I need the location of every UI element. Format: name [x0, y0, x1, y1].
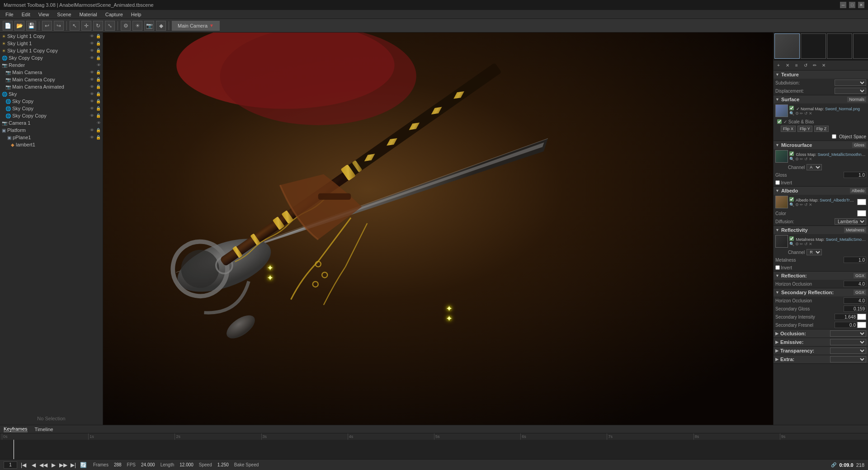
menu-file[interactable]: File [2, 11, 17, 18]
lock-icon[interactable]: 🔒 [96, 128, 103, 132]
surface-mode-dropdown[interactable]: Normals [847, 97, 866, 102]
visibility-icon[interactable]: 👁 [90, 41, 96, 46]
lock-icon[interactable]: 🔒 [96, 34, 103, 38]
zoom-icon[interactable]: 🔍 [789, 111, 794, 116]
visibility-icon[interactable]: 👁 [97, 121, 103, 125]
reload-icon[interactable]: ↺ [804, 202, 808, 207]
lock-icon[interactable]: 🔒 [96, 77, 103, 82]
lock-icon[interactable]: 🔒 [96, 92, 103, 96]
settings-icon[interactable]: ⚙ [795, 242, 799, 246]
edit-icon[interactable]: ✏ [800, 242, 803, 246]
displacement-dropdown[interactable] [835, 88, 866, 94]
diffusion-dropdown[interactable]: Lambertian [835, 218, 866, 225]
albedo-map-checkbox[interactable] [789, 197, 794, 202]
reload-icon[interactable]: ↺ [804, 242, 808, 246]
horizon-occlusion-input[interactable] [844, 281, 866, 287]
emissive-header[interactable]: ▶ Emissive: [774, 338, 868, 346]
zoom-icon[interactable]: 🔍 [789, 242, 794, 246]
secondary-intensity-swatch[interactable] [857, 314, 866, 320]
settings-icon[interactable]: ⚙ [795, 157, 799, 161]
play-button[interactable]: ▶ [50, 461, 57, 469]
lock-icon[interactable]: 🔒 [96, 41, 103, 46]
lock-icon[interactable]: 🔒 [96, 56, 103, 60]
tree-item-sky[interactable]: 🌐 Sky 👁 🔒 [0, 90, 103, 98]
metalness-map-checkbox[interactable] [789, 236, 794, 241]
occlusion-header[interactable]: ▶ Occlusion: [774, 329, 868, 338]
secondary-fresnel-input[interactable] [835, 322, 857, 328]
tree-item-lambert1[interactable]: ◆ lambert1 [0, 141, 103, 148]
secondary-intensity-input[interactable] [835, 314, 857, 320]
close-button[interactable]: ✕ [858, 2, 864, 8]
rewind-button[interactable]: ◀◀ [40, 461, 47, 469]
albedo-mode-dropdown[interactable]: Albedo [850, 188, 866, 193]
save-button[interactable]: 💾 [26, 21, 36, 31]
menu-edit[interactable]: Edit [18, 11, 34, 18]
reflect-mode-dropdown[interactable]: Metalness [844, 227, 866, 233]
metalness-invert-checkbox[interactable] [775, 265, 780, 270]
thumb-1[interactable] [774, 33, 800, 59]
light-btn[interactable]: ☀ [132, 21, 142, 31]
playhead-cursor[interactable] [14, 440, 14, 459]
tree-item-sky-copy-1[interactable]: 🌐 Sky Copy 👁 🔒 [0, 98, 103, 105]
frame-number-input[interactable] [4, 461, 17, 469]
delete-icon[interactable]: ✕ [809, 202, 812, 207]
object-space-checkbox[interactable] [832, 134, 836, 139]
flip-x-button[interactable]: Flip X [781, 126, 796, 132]
rt-btn-2[interactable]: ✕ [783, 61, 792, 70]
albedo-color-swatch[interactable] [857, 210, 866, 216]
metalness-map-thumb[interactable] [775, 235, 788, 248]
select-button[interactable]: ↖ [70, 21, 80, 31]
gloss-channel-dropdown[interactable]: ARGB [807, 164, 822, 170]
visibility-icon[interactable]: 👁 [90, 85, 96, 89]
gloss-input[interactable] [844, 172, 866, 178]
thumb-2[interactable] [801, 33, 826, 59]
delete-icon[interactable]: ✕ [809, 111, 812, 116]
metalness-channel-dropdown[interactable]: RAGB [807, 249, 822, 255]
visibility-icon[interactable]: 👁 [90, 56, 96, 60]
micro-mode-dropdown[interactable]: Gloss [852, 142, 866, 148]
keyframes-tab[interactable]: Keyframes [4, 426, 28, 432]
extra-dropdown[interactable] [830, 356, 866, 362]
settings-icon[interactable]: ⚙ [795, 111, 799, 116]
move-button[interactable]: ✛ [81, 21, 91, 31]
texture-header[interactable]: ▼ Texture [774, 70, 868, 79]
edit-icon[interactable]: ✏ [800, 202, 803, 207]
light-icon-1[interactable]: ✦✦ [267, 263, 274, 283]
visibility-icon[interactable]: 👁 [90, 99, 96, 103]
lock-icon[interactable]: 🔒 [96, 135, 103, 140]
albedo-map-thumb[interactable] [775, 196, 788, 208]
fast-forward-button[interactable]: ▶▶ [60, 461, 67, 469]
lock-icon[interactable]: 🔒 [96, 113, 103, 118]
tree-item-pplane1[interactable]: ▣ pPlane1 👁 🔒 [0, 134, 103, 141]
rt-btn-1[interactable]: + [774, 61, 783, 70]
visibility-icon[interactable]: 👁 [97, 63, 103, 67]
visibility-icon[interactable]: 👁 [90, 77, 96, 82]
tree-item-render[interactable]: 📷 Render 👁 [0, 61, 103, 69]
visibility-icon[interactable]: 👁 [90, 113, 96, 118]
reload-icon[interactable]: ↺ [804, 111, 808, 116]
render-btn[interactable]: ⚙ [121, 21, 131, 31]
lock-icon[interactable]: 🔒 [96, 99, 103, 103]
prev-frame-button[interactable]: ◀ [30, 461, 37, 469]
normal-map-checkbox[interactable] [789, 106, 794, 110]
viewport[interactable]: ✦✦ ✦✦ [103, 33, 773, 425]
loop-button[interactable]: 🔄 [80, 461, 87, 469]
visibility-icon[interactable]: 👁 [90, 92, 96, 96]
tree-item-main-camera-animated[interactable]: 📷 Main Camera Animated 👁 🔒 [0, 83, 103, 90]
color-swatch[interactable] [857, 199, 866, 205]
tree-item-sky-copy-copy[interactable]: 🌐 Sky Copy Copy 👁 🔒 [0, 54, 103, 61]
gloss-map-thumb[interactable] [775, 150, 788, 163]
thumb-3[interactable] [827, 33, 852, 59]
camera-btn[interactable]: 📷 [144, 21, 154, 31]
gloss-invert-checkbox[interactable] [775, 180, 780, 185]
rt-btn-6[interactable]: ✕ [820, 61, 828, 70]
menu-material[interactable]: Material [76, 11, 101, 18]
visibility-icon[interactable]: 👁 [90, 34, 96, 38]
scale-button[interactable]: ⤡ [105, 21, 115, 31]
sec-refl-mode-dropdown[interactable]: GGX [854, 290, 866, 295]
flip-y-button[interactable]: Flip Y [797, 126, 812, 132]
zoom-icon[interactable]: 🔍 [789, 202, 794, 207]
lock-icon[interactable]: 🔒 [96, 85, 103, 89]
redo-button[interactable]: ↪ [54, 21, 64, 31]
secondary-reflection-header[interactable]: ▼ Secondary Reflection: GGX [774, 288, 868, 296]
